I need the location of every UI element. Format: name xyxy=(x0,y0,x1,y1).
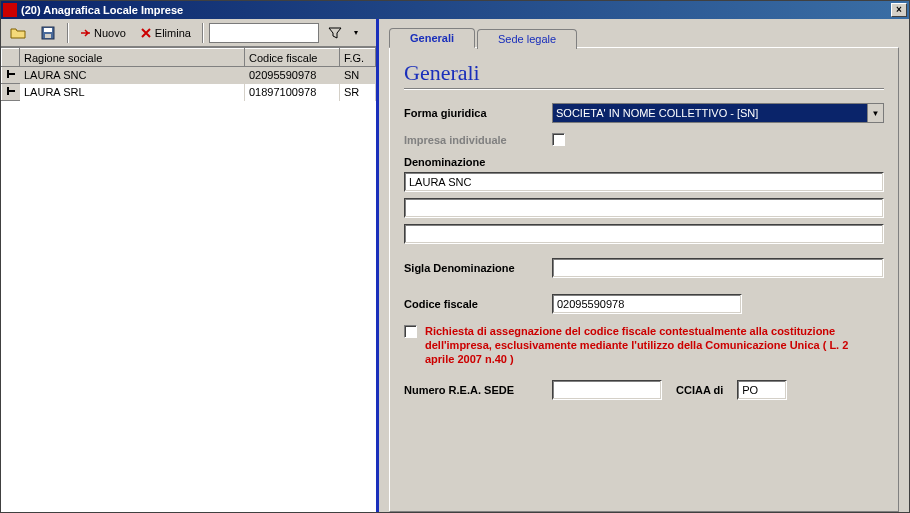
sigla-denominazione-label: Sigla Denominazione xyxy=(404,262,544,274)
elimina-label: Elimina xyxy=(155,27,191,39)
companies-grid[interactable]: Ragione sociale Codice fiscale F.G. LAUR… xyxy=(1,47,376,512)
cell-codice: 02095590978 xyxy=(245,67,340,84)
impresa-individuale-checkbox[interactable] xyxy=(552,133,565,146)
table-row[interactable]: LAURA SRL 01897100978 SR xyxy=(2,84,376,101)
row-indicator-icon xyxy=(2,84,20,101)
filter-dropdown-arrow-icon[interactable]: ▾ xyxy=(351,23,361,43)
svg-rect-2 xyxy=(45,34,51,38)
window-titlebar: (20) Anagrafica Locale Imprese × xyxy=(1,1,909,19)
nuovo-button[interactable]: Nuovo xyxy=(74,22,131,44)
tab-panel-generali: Generali Forma giuridica SOCIETA' IN NOM… xyxy=(389,47,899,512)
row-header-blank xyxy=(2,49,20,67)
toolbar-search-input[interactable] xyxy=(209,23,319,43)
codice-fiscale-label: Codice fiscale xyxy=(404,298,544,310)
svg-rect-7 xyxy=(7,87,9,95)
select-arrow-icon[interactable]: ▼ xyxy=(867,104,883,122)
cell-codice: 01897100978 xyxy=(245,84,340,101)
denominazione-input-1[interactable] xyxy=(404,172,884,192)
window-close-button[interactable]: × xyxy=(891,3,907,17)
numero-rea-label: Numero R.E.A. SEDE xyxy=(404,384,544,396)
window-title: (20) Anagrafica Locale Imprese xyxy=(21,4,891,16)
denominazione-label: Denominazione xyxy=(404,156,884,168)
toolbar-separator xyxy=(67,23,68,43)
denominazione-input-2[interactable] xyxy=(404,198,884,218)
tab-generali[interactable]: Generali xyxy=(389,28,475,48)
richiesta-cf-checkbox[interactable] xyxy=(404,325,417,338)
page-title: Generali xyxy=(404,60,884,86)
heading-divider xyxy=(404,88,884,89)
codice-fiscale-input[interactable] xyxy=(552,294,742,314)
row-indicator-icon xyxy=(2,67,20,84)
col-codice-fiscale[interactable]: Codice fiscale xyxy=(245,49,340,67)
forma-giuridica-value: SOCIETA' IN NOME COLLETTIVO - [SN] xyxy=(556,107,758,119)
filter-icon[interactable] xyxy=(323,22,347,44)
cell-fg: SN xyxy=(340,67,376,84)
richiesta-cf-note: Richiesta di assegnazione del codice fis… xyxy=(425,324,865,366)
forma-giuridica-label: Forma giuridica xyxy=(404,107,544,119)
grid-header-row: Ragione sociale Codice fiscale F.G. xyxy=(2,49,376,67)
cciaa-di-label: CCIAA di xyxy=(676,384,723,396)
app-icon xyxy=(3,3,17,17)
left-pane: Nuovo Elimina ▾ Ragione soc xyxy=(1,19,379,512)
cell-ragione: LAURA SNC xyxy=(20,67,245,84)
sigla-denominazione-input[interactable] xyxy=(552,258,884,278)
toolbar-separator xyxy=(202,23,203,43)
svg-rect-5 xyxy=(7,70,9,78)
col-fg[interactable]: F.G. xyxy=(340,49,376,67)
tab-sede-legale[interactable]: Sede legale xyxy=(477,29,577,49)
svg-point-3 xyxy=(88,32,90,34)
open-icon[interactable] xyxy=(5,22,31,44)
tab-strip: Generali Sede legale xyxy=(389,27,899,47)
table-row[interactable]: LAURA SNC 02095590978 SN xyxy=(2,67,376,84)
cell-ragione: LAURA SRL xyxy=(20,84,245,101)
forma-giuridica-select[interactable]: SOCIETA' IN NOME COLLETTIVO - [SN] ▼ xyxy=(552,103,884,123)
numero-rea-input[interactable] xyxy=(552,380,662,400)
impresa-individuale-label: Impresa individuale xyxy=(404,134,544,146)
col-ragione-sociale[interactable]: Ragione sociale xyxy=(20,49,245,67)
cciaa-input[interactable] xyxy=(737,380,787,400)
nuovo-label: Nuovo xyxy=(94,27,126,39)
svg-rect-1 xyxy=(44,28,52,32)
cell-fg: SR xyxy=(340,84,376,101)
save-icon[interactable] xyxy=(35,22,61,44)
right-pane: Generali Sede legale Generali Forma giur… xyxy=(379,19,909,512)
denominazione-input-3[interactable] xyxy=(404,224,884,244)
elimina-button[interactable]: Elimina xyxy=(135,22,196,44)
left-toolbar: Nuovo Elimina ▾ xyxy=(1,19,376,47)
